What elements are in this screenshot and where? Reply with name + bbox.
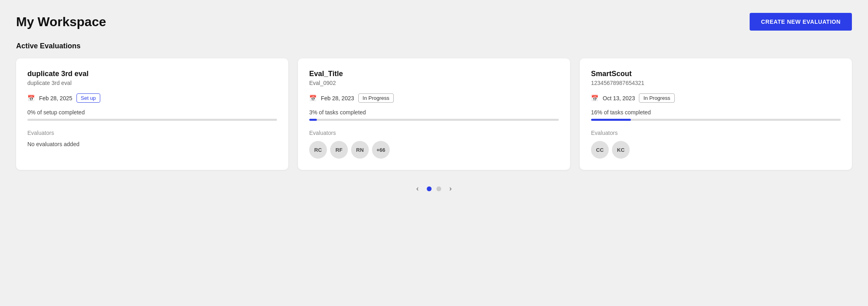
evaluators-label: Evaluators [27, 130, 277, 136]
active-evaluations-heading: Active Evaluations [16, 42, 852, 50]
create-evaluation-button[interactable]: CREATE NEW EVALUATION [750, 13, 852, 31]
card-title: SmartScout [591, 70, 841, 78]
card-subtitle: 12345678987654321 [591, 80, 841, 86]
pagination-prev-button[interactable]: ‹ [413, 183, 422, 194]
card-date: Feb 28, 2025 [39, 95, 72, 101]
evaluators-label: Evaluators [309, 130, 559, 136]
progress-bar [591, 119, 841, 121]
progress-bar-fill [591, 119, 631, 121]
page-title: My Workspace [16, 14, 106, 29]
card-date: Feb 28, 2023 [321, 95, 354, 101]
card-subtitle: Eval_0902 [309, 80, 559, 86]
evaluator-avatar: RN [351, 141, 369, 159]
evaluators-row: CCKC [591, 141, 841, 159]
evaluation-cards-row: duplicate 3rd eval duplicate 3rd eval 📅 … [16, 58, 852, 170]
evaluator-avatar: KC [612, 141, 630, 159]
pagination-next-button[interactable]: › [446, 183, 455, 194]
evaluation-card-2[interactable]: Eval_Title Eval_0902 📅 Feb 28, 2023 In P… [298, 58, 570, 170]
evaluation-card-3[interactable]: SmartScout 12345678987654321 📅 Oct 13, 2… [580, 58, 852, 170]
evaluation-card-1[interactable]: duplicate 3rd eval duplicate 3rd eval 📅 … [16, 58, 288, 170]
page-header: My Workspace CREATE NEW EVALUATION [16, 13, 852, 31]
card-date-row: 📅 Oct 13, 2023 In Progress [591, 93, 841, 103]
no-evaluators-text: No evaluators added [27, 141, 79, 147]
status-badge: In Progress [358, 93, 394, 103]
progress-label: 0% of setup completed [27, 109, 277, 116]
pagination: ‹ › [16, 183, 852, 194]
progress-label: 3% of tasks completed [309, 109, 559, 116]
card-date: Oct 13, 2023 [603, 95, 635, 101]
evaluator-avatar: CC [591, 141, 609, 159]
card-title: Eval_Title [309, 70, 559, 78]
progress-bar [309, 119, 559, 121]
evaluator-avatar: RF [330, 141, 348, 159]
evaluators-row: RCRFRN+66 [309, 141, 559, 159]
progress-label: 16% of tasks completed [591, 109, 841, 116]
card-subtitle: duplicate 3rd eval [27, 80, 277, 86]
card-date-row: 📅 Feb 28, 2025 Set up [27, 93, 277, 103]
status-badge: In Progress [639, 93, 674, 103]
calendar-icon: 📅 [27, 95, 35, 102]
progress-bar [27, 119, 277, 121]
progress-bar-fill [309, 119, 317, 121]
card-title: duplicate 3rd eval [27, 70, 277, 78]
evaluators-label: Evaluators [591, 130, 841, 136]
pagination-dot-2[interactable] [436, 186, 441, 191]
evaluator-avatar: +66 [372, 141, 390, 159]
evaluators-row: No evaluators added [27, 141, 277, 147]
status-badge: Set up [76, 93, 101, 103]
calendar-icon: 📅 [591, 95, 599, 102]
evaluator-avatar: RC [309, 141, 327, 159]
calendar-icon: 📅 [309, 95, 317, 102]
pagination-dot-1[interactable] [427, 186, 432, 191]
card-date-row: 📅 Feb 28, 2023 In Progress [309, 93, 559, 103]
